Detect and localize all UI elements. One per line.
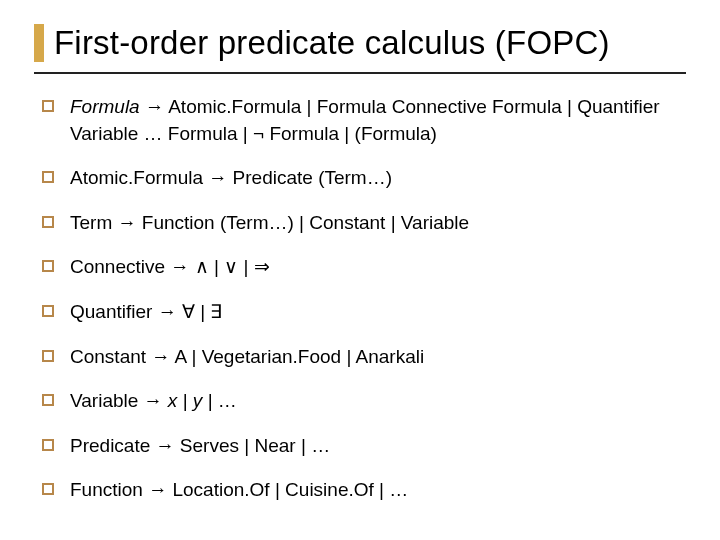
list-item: Term → Function (Term…) | Constant | Var… [42, 210, 686, 237]
list-item-text: Term → Function (Term…) | Constant | Var… [70, 210, 686, 237]
title-divider [34, 72, 686, 74]
title-accent: First-order predicate calculus (FOPC) [34, 24, 686, 62]
list-item: Quantifier → ∀ | ∃ [42, 299, 686, 326]
list-item: Predicate → Serves | Near | … [42, 433, 686, 460]
list-item-text: Quantifier → ∀ | ∃ [70, 299, 686, 326]
list-item-text: Constant → A | Vegetarian.Food | Anarkal… [70, 344, 686, 371]
list-item-text: Predicate → Serves | Near | … [70, 433, 686, 460]
bullet-icon [42, 439, 54, 451]
bullet-icon [42, 171, 54, 183]
list-item-text: Formula → Atomic.Formula | Formula Conne… [70, 94, 686, 147]
slide: First-order predicate calculus (FOPC) Fo… [0, 0, 720, 540]
list-item: Constant → A | Vegetarian.Food | Anarkal… [42, 344, 686, 371]
list-item: Variable → x | y | … [42, 388, 686, 415]
list-item: Atomic.Formula → Predicate (Term…) [42, 165, 686, 192]
list-item-text: Atomic.Formula → Predicate (Term…) [70, 165, 686, 192]
list-item: Formula → Atomic.Formula | Formula Conne… [42, 94, 686, 147]
bullet-icon [42, 394, 54, 406]
list-item: Function → Location.Of | Cuisine.Of | … [42, 477, 686, 504]
bullet-icon [42, 260, 54, 272]
slide-title: First-order predicate calculus (FOPC) [54, 24, 686, 62]
bullet-icon [42, 216, 54, 228]
bullet-icon [42, 350, 54, 362]
bullet-icon [42, 100, 54, 112]
list-item-text: Variable → x | y | … [70, 388, 686, 415]
list-item-text: Function → Location.Of | Cuisine.Of | … [70, 477, 686, 504]
bullet-icon [42, 483, 54, 495]
list-item: Connective → ∧ | ∨ | ⇒ [42, 254, 686, 281]
bullet-icon [42, 305, 54, 317]
list-item-text: Connective → ∧ | ∨ | ⇒ [70, 254, 686, 281]
bullet-list: Formula → Atomic.Formula | Formula Conne… [34, 94, 686, 504]
